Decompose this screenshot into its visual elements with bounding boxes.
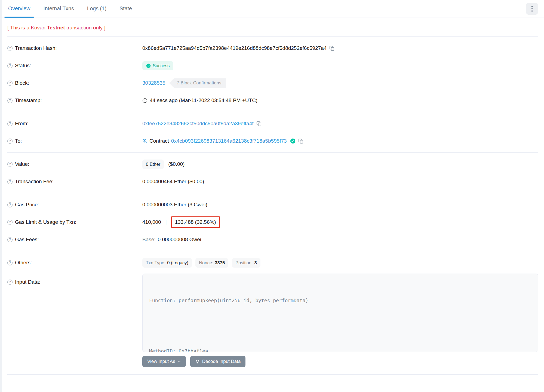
gas-limit-value: 410,000 bbox=[142, 219, 161, 225]
row-value: ? Value: 0 Ether ($0.00) bbox=[7, 155, 538, 173]
gas-separator: | bbox=[165, 219, 167, 225]
row-timestamp: ? Timestamp: 44 secs ago (Mar-11-2022 03… bbox=[7, 92, 538, 109]
tab-logs-label: Logs (1) bbox=[87, 5, 107, 12]
tab-state-label: State bbox=[119, 5, 132, 12]
transaction-fee-value: 0.000400464 Ether ($0.00) bbox=[142, 179, 204, 185]
gas-usage-highlight-box: 133,488 (32.56%) bbox=[171, 216, 220, 228]
block-confirmations-badge: 7 Block Confirmations bbox=[169, 78, 226, 88]
overview-panel: [ This is a Kovan Testnet transaction on… bbox=[0, 25, 544, 375]
clock-icon bbox=[142, 98, 147, 103]
position-value: 3 bbox=[254, 260, 257, 265]
copy-icon[interactable] bbox=[256, 121, 262, 126]
help-icon[interactable]: ? bbox=[7, 162, 13, 167]
txn-type-badge: Txn Type: 0 (Legacy) bbox=[142, 258, 192, 268]
row-transaction-hash: ? Transaction Hash: 0x86ed5a771e725aa94d… bbox=[7, 39, 538, 57]
resize-grip-icon[interactable] bbox=[533, 347, 537, 350]
row-gas-price: ? Gas Price: 0.000000003 Ether (3 Gwei) bbox=[7, 196, 538, 213]
help-icon[interactable]: ? bbox=[7, 179, 13, 184]
gas-fees-label: Gas Fees: bbox=[15, 237, 39, 243]
input-data-textarea[interactable]: Function: performUpkeep(uint256 id, byte… bbox=[142, 274, 538, 352]
row-input-data: ? Input Data: Function: performUpkeep(ui… bbox=[7, 274, 538, 367]
input-function-line: Function: performUpkeep(uint256 id, byte… bbox=[149, 296, 531, 305]
to-contract-text: Contract bbox=[149, 138, 169, 144]
tab-overview[interactable]: Overview bbox=[4, 0, 34, 17]
tab-internal-txns-label: Internal Txns bbox=[43, 5, 74, 12]
row-status: ? Status: Success bbox=[7, 57, 538, 74]
row-gas-fees: ? Gas Fees: Base: 0.000000008 Gwei bbox=[7, 231, 538, 248]
blank-line bbox=[149, 321, 531, 330]
timestamp-value: 44 secs ago (Mar-11-2022 03:54:48 PM +UT… bbox=[150, 97, 257, 103]
chevron-down-icon bbox=[178, 360, 181, 363]
others-label: Others: bbox=[15, 260, 32, 266]
notice-testnet-bold: Testnet bbox=[47, 25, 65, 30]
row-to: ? To: Contract 0x4cb093f226983713164a621… bbox=[7, 132, 538, 150]
row-gas-limit-usage: ? Gas Limit & Usage by Txn: 410,000 | 13… bbox=[7, 213, 538, 231]
status-badge: Success bbox=[142, 61, 173, 70]
help-icon[interactable]: ? bbox=[7, 220, 13, 225]
magnifier-plus-icon[interactable] bbox=[142, 139, 147, 144]
help-icon[interactable]: ? bbox=[7, 280, 13, 285]
txn-type-value: 0 (Legacy) bbox=[167, 260, 188, 265]
notice-text-tail: transaction only ] bbox=[65, 25, 106, 30]
gas-price-label: Gas Price: bbox=[15, 202, 39, 208]
divider bbox=[7, 112, 538, 112]
row-block: ? Block: 30328535 7 Block Confirmations bbox=[7, 74, 538, 92]
tab-internal-txns[interactable]: Internal Txns bbox=[39, 0, 78, 17]
verified-check-icon bbox=[290, 138, 296, 144]
transaction-fee-label: Transaction Fee: bbox=[15, 179, 54, 185]
help-icon[interactable]: ? bbox=[7, 63, 13, 68]
from-label: From: bbox=[15, 121, 29, 127]
help-icon[interactable]: ? bbox=[7, 237, 13, 242]
from-address-link[interactable]: 0xfee7522e8482682cf50ddc50a0f8da2a39effa… bbox=[142, 121, 254, 127]
row-transaction-fee: ? Transaction Fee: 0.000400464 Ether ($0… bbox=[7, 173, 538, 190]
gas-limit-label: Gas Limit & Usage by Txn: bbox=[15, 219, 76, 225]
input-methodid-line: MethodID: 0x7bbaf1ea bbox=[149, 347, 531, 352]
view-input-as-button[interactable]: View Input As bbox=[142, 356, 186, 367]
value-amount-badge: 0 Ether bbox=[142, 160, 164, 169]
position-label: Position: bbox=[235, 260, 253, 265]
kebab-menu-icon[interactable] bbox=[526, 3, 538, 15]
input-data-actions: View Input As Decode Input Data bbox=[142, 356, 538, 367]
block-number-link[interactable]: 30328535 bbox=[142, 80, 165, 86]
gas-fees-base-value: 0.000000008 Gwei bbox=[158, 237, 201, 243]
page-left-edge bbox=[0, 0, 2, 392]
to-label: To: bbox=[15, 138, 22, 144]
row-from: ? From: 0xfee7522e8482682cf50ddc50a0f8da… bbox=[7, 115, 538, 132]
copy-icon[interactable] bbox=[329, 46, 334, 51]
nonce-badge: Nonce: 3375 bbox=[195, 258, 228, 268]
help-icon[interactable]: ? bbox=[7, 139, 13, 144]
value-usd-text: ($0.00) bbox=[168, 161, 185, 167]
cubes-icon bbox=[195, 359, 200, 364]
value-amount-text: 0 Ether bbox=[146, 162, 160, 167]
help-icon[interactable]: ? bbox=[7, 202, 13, 207]
help-icon[interactable]: ? bbox=[7, 98, 13, 103]
help-icon[interactable]: ? bbox=[7, 81, 13, 86]
transaction-hash-value: 0x86ed5a771e725aa94d5b7fa2398e4419e216d8… bbox=[142, 45, 327, 51]
help-icon[interactable]: ? bbox=[7, 121, 13, 126]
help-icon[interactable]: ? bbox=[7, 46, 13, 51]
divider bbox=[7, 152, 538, 153]
copy-icon[interactable] bbox=[298, 139, 303, 144]
view-input-as-label: View Input As bbox=[147, 359, 175, 364]
gas-fees-base-label: Base: bbox=[142, 237, 156, 243]
row-others: ? Others: Txn Type: 0 (Legacy) Nonce: 33… bbox=[7, 254, 538, 271]
check-circle-icon bbox=[146, 63, 151, 68]
nonce-value: 3375 bbox=[215, 260, 225, 265]
block-label: Block: bbox=[15, 80, 29, 86]
divider bbox=[7, 193, 538, 193]
divider bbox=[7, 251, 538, 251]
transaction-hash-label: Transaction Hash: bbox=[15, 45, 57, 51]
decode-input-data-button[interactable]: Decode Input Data bbox=[190, 356, 246, 367]
tab-state[interactable]: State bbox=[116, 0, 136, 17]
help-icon[interactable]: ? bbox=[7, 260, 13, 265]
input-data-label: Input Data: bbox=[15, 279, 40, 285]
nonce-label: Nonce: bbox=[199, 260, 213, 265]
to-address-link[interactable]: 0x4cb093f226983713164a62138c3f718a5b595f… bbox=[171, 138, 287, 144]
gas-price-value: 0.000000003 Ether (3 Gwei) bbox=[142, 202, 207, 208]
notice-text: [ This is a Kovan bbox=[7, 25, 47, 30]
tab-logs[interactable]: Logs (1) bbox=[83, 0, 110, 17]
tab-overview-label: Overview bbox=[8, 5, 30, 12]
testnet-notice: [ This is a Kovan Testnet transaction on… bbox=[7, 25, 538, 31]
status-label: Status: bbox=[15, 63, 31, 69]
tab-bar: Overview Internal Txns Logs (1) State bbox=[0, 0, 544, 17]
